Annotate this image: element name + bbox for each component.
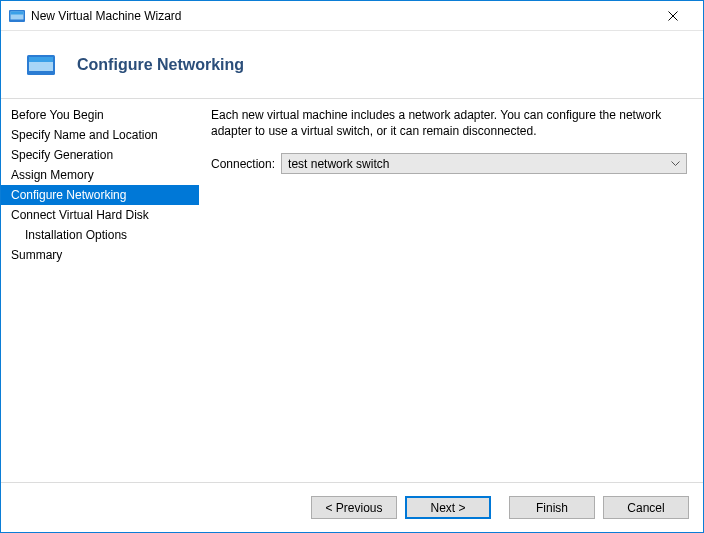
step-configure-networking[interactable]: Configure Networking	[1, 185, 199, 205]
step-installation-options[interactable]: Installation Options	[1, 225, 199, 245]
next-button[interactable]: Next >	[405, 496, 491, 519]
connection-selected-value: test network switch	[288, 157, 389, 171]
finish-button[interactable]: Finish	[509, 496, 595, 519]
previous-button[interactable]: < Previous	[311, 496, 397, 519]
wizard-footer: < Previous Next > Finish Cancel	[1, 482, 703, 532]
wizard-step-title: Configure Networking	[77, 56, 244, 74]
wizard-header-icon	[27, 55, 55, 75]
connection-dropdown[interactable]: test network switch	[281, 153, 687, 174]
wizard-steps-sidebar: Before You Begin Specify Name and Locati…	[1, 99, 199, 482]
window-title: New Virtual Machine Wizard	[31, 9, 182, 23]
close-button[interactable]	[650, 1, 695, 31]
step-before-you-begin[interactable]: Before You Begin	[1, 105, 199, 125]
step-specify-generation[interactable]: Specify Generation	[1, 145, 199, 165]
wizard-header: Configure Networking	[1, 31, 703, 99]
connection-label: Connection:	[211, 157, 275, 171]
step-summary[interactable]: Summary	[1, 245, 199, 265]
svg-rect-5	[29, 57, 53, 62]
cancel-button[interactable]: Cancel	[603, 496, 689, 519]
wizard-body: Before You Begin Specify Name and Locati…	[1, 99, 703, 482]
titlebar: New Virtual Machine Wizard	[1, 1, 703, 31]
svg-rect-2	[11, 11, 24, 14]
wizard-window: New Virtual Machine Wizard Configure Net…	[0, 0, 704, 533]
connection-field: Connection: test network switch	[211, 153, 687, 174]
step-specify-name-location[interactable]: Specify Name and Location	[1, 125, 199, 145]
close-icon	[668, 11, 678, 21]
app-icon	[9, 8, 25, 24]
chevron-down-icon	[671, 161, 680, 167]
step-description: Each new virtual machine includes a netw…	[211, 107, 687, 139]
step-assign-memory[interactable]: Assign Memory	[1, 165, 199, 185]
wizard-content: Each new virtual machine includes a netw…	[199, 99, 703, 482]
step-connect-virtual-hard-disk[interactable]: Connect Virtual Hard Disk	[1, 205, 199, 225]
